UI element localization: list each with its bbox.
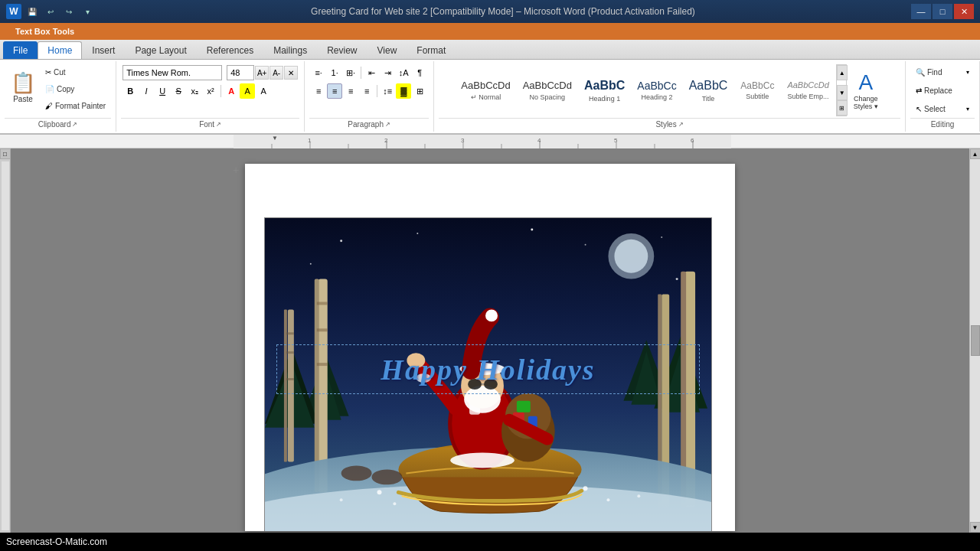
greeting-text: Happy Holidays: [381, 353, 595, 386]
qat-customize-button[interactable]: ▾: [80, 4, 95, 19]
tab-mailings[interactable]: Mailings: [263, 41, 317, 59]
indent-marker-left[interactable]: ▼: [272, 135, 278, 142]
text-box-overlay[interactable]: Happy Holidays: [276, 344, 700, 394]
change-styles-button[interactable]: A ChangeStyles ▾: [847, 63, 885, 118]
font-size-decrease-button[interactable]: A-: [270, 66, 283, 80]
superscript-button[interactable]: x²: [203, 83, 218, 99]
tab-references[interactable]: References: [197, 41, 263, 59]
line-spacing-button[interactable]: ↕≡: [380, 83, 395, 99]
clear-format-button[interactable]: ✕: [284, 66, 298, 80]
save-qat-button[interactable]: 💾: [24, 4, 40, 19]
subscript-button[interactable]: x₂: [187, 83, 202, 99]
format-painter-button[interactable]: 🖌 Format Painter: [41, 98, 109, 113]
font-color-button[interactable]: A: [224, 83, 239, 99]
justify-button[interactable]: ≡: [359, 83, 374, 99]
redo-qat-button[interactable]: ↪: [61, 4, 77, 19]
styles-gallery: AaBbCcDd ↵ Normal AaBbCcDd No Spacing Aa…: [454, 64, 835, 116]
align-right-button[interactable]: ≡: [343, 83, 358, 99]
svg-point-22: [614, 240, 648, 273]
show-marks-button[interactable]: ¶: [412, 65, 427, 80]
tab-home[interactable]: Home: [38, 41, 82, 59]
svg-point-26: [661, 236, 662, 238]
style-title[interactable]: AaBbC Title: [684, 66, 733, 115]
shading-button[interactable]: ▓: [396, 83, 411, 99]
font-expand-icon[interactable]: ↗: [216, 121, 221, 128]
maximize-button[interactable]: □: [933, 4, 952, 19]
tab-insert[interactable]: Insert: [82, 41, 125, 59]
vertical-ruler-track: [1, 161, 10, 531]
watermark-text: Screencast-O-Matic.com: [6, 536, 107, 547]
svg-text:2: 2: [384, 137, 388, 144]
font-name-box[interactable]: Times New Rom.: [122, 65, 222, 80]
styles-group: AaBbCcDd ↵ Normal AaBbCcDd No Spacing Aa…: [434, 61, 906, 132]
style-no-spacing[interactable]: AaBbCcDd No Spacing: [518, 66, 577, 115]
bullets-button[interactable]: ≡·: [311, 65, 326, 80]
sort-button[interactable]: ↕A: [396, 65, 411, 80]
paste-button[interactable]: 📋 Paste: [6, 64, 40, 110]
minimize-button[interactable]: —: [911, 4, 931, 19]
find-button[interactable]: 🔍 Find ▾: [912, 64, 973, 80]
santa-scene: Happy Holidays: [265, 218, 711, 531]
increase-indent-button[interactable]: ⇥: [380, 65, 395, 80]
styles-label: Styles ↗: [439, 118, 900, 130]
main-area: □ +: [0, 148, 980, 533]
highlight-button[interactable]: A: [240, 83, 255, 99]
paragraph-expand-icon[interactable]: ↗: [385, 121, 390, 128]
styles-scroll-down-button[interactable]: ▼: [837, 85, 848, 100]
tab-review[interactable]: Review: [317, 41, 367, 59]
paragraph-row1: ≡· 1· ⊞· ⇤ ⇥ ↕A ¶: [311, 65, 427, 80]
align-left-button[interactable]: ≡: [311, 83, 326, 99]
document-area: +: [11, 148, 969, 533]
styles-gallery-container: AaBbCcDd ↵ Normal AaBbCcDd No Spacing Aa…: [454, 63, 884, 118]
style-subtitle[interactable]: AaBbCc Subtitle: [734, 66, 780, 115]
paragraph-group: ≡· 1· ⊞· ⇤ ⇥ ↕A ¶ ≡ ≡ ≡ ≡ ↕≡ ▓ ⊞ Paragra…: [305, 61, 434, 132]
underline-button[interactable]: U: [155, 83, 170, 99]
decrease-indent-button[interactable]: ⇤: [364, 65, 379, 80]
paste-icon: 📋: [11, 71, 35, 95]
context-tab-bar: Text Box Tools: [0, 23, 980, 40]
close-button[interactable]: ✕: [954, 4, 974, 19]
svg-point-23: [340, 240, 342, 242]
font-size-box[interactable]: 48: [227, 65, 254, 80]
style-normal-preview: AaBbCcDd: [461, 80, 510, 92]
style-subtle-emph[interactable]: AaBbCcDd Subtle Emp...: [782, 66, 834, 115]
styles-scroll-up-button[interactable]: ▲: [837, 65, 848, 80]
font-group: Times New Rom. 48 A+ A- ✕ B I U S x₂ x² …: [116, 61, 305, 132]
ruler: 1 2 3 4 5 6 ▼: [0, 135, 980, 148]
style-heading1[interactable]: AaBbC Heading 1: [579, 66, 630, 115]
cut-button[interactable]: ✂ Cut: [41, 64, 109, 80]
numbering-button[interactable]: 1·: [327, 65, 342, 80]
styles-scroll-more-button[interactable]: ⊞: [837, 100, 848, 116]
tab-file[interactable]: File: [3, 41, 38, 59]
scroll-down-button[interactable]: ▼: [970, 522, 981, 533]
select-icon: ↖: [916, 105, 922, 113]
styles-expand-icon[interactable]: ↗: [678, 121, 684, 128]
tab-format[interactable]: Format: [407, 41, 456, 59]
font-size-increase-button[interactable]: A+: [255, 66, 269, 80]
bold-button[interactable]: B: [122, 83, 138, 99]
vertical-ruler-left: □: [0, 148, 11, 533]
strikethrough-button[interactable]: S: [171, 83, 186, 99]
style-normal[interactable]: AaBbCcDd ↵ Normal: [456, 66, 515, 115]
undo-qat-button[interactable]: ↩: [43, 4, 58, 19]
svg-point-24: [416, 233, 418, 234]
binoculars-icon: 🔍: [916, 68, 925, 77]
multilevel-button[interactable]: ⊞·: [343, 65, 358, 80]
copy-button[interactable]: 📄 Copy: [41, 81, 109, 96]
align-center-button[interactable]: ≡: [327, 83, 342, 99]
style-heading2[interactable]: AaBbCc Heading 2: [632, 66, 681, 115]
text-effect-button[interactable]: A: [256, 83, 271, 99]
tab-view[interactable]: View: [368, 41, 407, 59]
tab-page-layout[interactable]: Page Layout: [125, 41, 196, 59]
scroll-thumb[interactable]: [971, 325, 980, 356]
clipboard-expand-icon[interactable]: ↗: [72, 121, 77, 128]
replace-button[interactable]: ⇄ Replace: [912, 83, 973, 98]
scroll-up-button[interactable]: ▲: [970, 148, 981, 159]
style-no-spacing-preview: AaBbCcDd: [523, 80, 572, 92]
borders-button[interactable]: ⊞: [412, 83, 427, 99]
ruler-svg: 1 2 3 4 5 6: [234, 135, 731, 148]
clipboard-label: Clipboard ↗: [5, 118, 111, 130]
italic-button[interactable]: I: [139, 83, 154, 99]
style-heading1-preview: AaBbC: [584, 78, 625, 93]
select-button[interactable]: ↖ Select ▾: [912, 101, 973, 116]
